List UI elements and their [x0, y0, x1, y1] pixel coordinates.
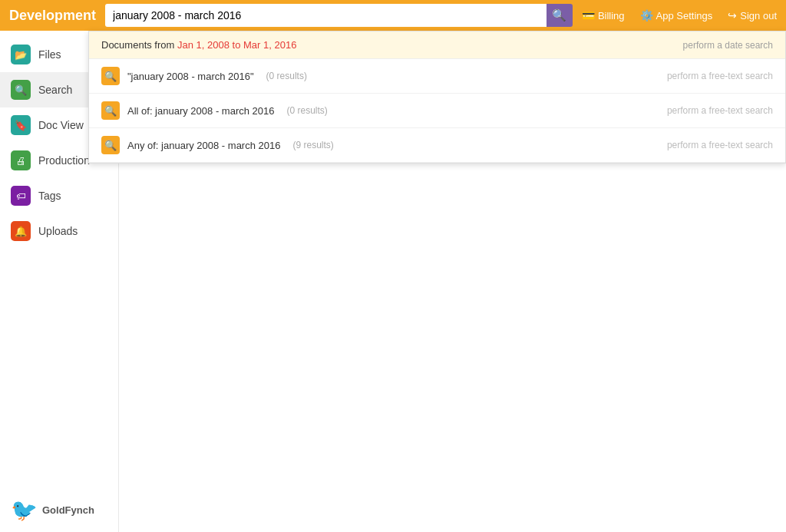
sidebar-item-search-label: Search: [38, 84, 72, 96]
sidebar-item-docview-label: Doc View: [38, 119, 84, 131]
dropdown-item-0-text: "january 2008 - march 2016": [127, 71, 254, 82]
search-icon: 🔍: [552, 8, 566, 22]
uploads-icon: 🔔: [11, 221, 31, 241]
logo-bird-icon: 🐦: [11, 497, 38, 523]
app-settings-link[interactable]: ⚙️ App Settings: [640, 9, 713, 21]
sign-out-icon: ↪: [728, 9, 737, 21]
sidebar-item-tags-label: Tags: [38, 190, 61, 202]
docview-icon: 🔖: [11, 115, 31, 135]
search-dropdown: Documents from Jan 1, 2008 to Mar 1, 201…: [88, 31, 786, 164]
dropdown-item-0-count: (0 results): [266, 71, 307, 81]
dropdown-item-2-text: Any of: january 2008 - march 2016: [127, 140, 280, 151]
dropdown-item-0-action: perform a free-text search: [667, 71, 773, 81]
dropdown-date-range: Jan 1, 2008 to Mar 1, 2016: [177, 39, 296, 51]
app-settings-label: App Settings: [656, 10, 713, 21]
billing-label: Billing: [598, 10, 625, 21]
dropdown-item-1-action: perform a free-text search: [667, 105, 773, 116]
dropdown-item-1-count: (0 results): [287, 105, 328, 116]
logo-text: GoldFynch: [42, 504, 94, 516]
dropdown-item-2-count: (9 results): [292, 140, 333, 150]
app-settings-icon: ⚙️: [640, 9, 653, 21]
sidebar-item-files-label: Files: [38, 48, 61, 61]
search-input[interactable]: [105, 4, 547, 27]
search-button[interactable]: 🔍: [547, 4, 573, 27]
dropdown-date-header[interactable]: Documents from Jan 1, 2008 to Mar 1, 201…: [89, 31, 785, 59]
billing-icon: 💳: [582, 9, 595, 21]
sidebar-item-uploads[interactable]: 🔔 Uploads: [0, 213, 118, 249]
dropdown-item-1[interactable]: 🔍 All of: january 2008 - march 2016 (0 r…: [89, 94, 785, 128]
billing-link[interactable]: 💳 Billing: [582, 9, 625, 21]
dropdown-item-0-icon: 🔍: [101, 67, 120, 85]
dropdown-item-2[interactable]: 🔍 Any of: january 2008 - march 2016 (9 r…: [89, 128, 785, 163]
dropdown-item-1-text: All of: january 2008 - march 2016: [127, 105, 275, 117]
dropdown-item-0[interactable]: 🔍 "january 2008 - march 2016" (0 results…: [89, 59, 785, 94]
header-nav: 💳 Billing ⚙️ App Settings ↪ Sign out: [582, 9, 777, 21]
sidebar-logo: 🐦 GoldFynch: [0, 488, 118, 532]
production-icon: 🖨: [11, 150, 31, 170]
dropdown-item-1-icon: 🔍: [101, 101, 120, 120]
sidebar-item-tags[interactable]: 🏷 Tags: [0, 178, 118, 213]
search-sidebar-icon: 🔍: [11, 80, 31, 100]
sidebar-item-uploads-label: Uploads: [38, 225, 78, 237]
search-wrapper: 🔍: [105, 4, 573, 27]
dropdown-item-2-icon: 🔍: [101, 136, 120, 154]
sign-out-label: Sign out: [740, 10, 777, 21]
header: Development 🔍 💳 Billing ⚙️ App Settings …: [0, 0, 786, 31]
sign-out-link[interactable]: ↪ Sign out: [728, 9, 777, 21]
files-icon: 📂: [11, 45, 31, 64]
dropdown-date-action: perform a date search: [683, 40, 773, 51]
dropdown-item-2-action: perform a free-text search: [667, 140, 773, 150]
dropdown-header-text: Documents from Jan 1, 2008 to Mar 1, 201…: [101, 39, 296, 51]
sidebar-item-production-label: Production: [38, 154, 90, 167]
tags-icon: 🏷: [11, 186, 31, 206]
app-title: Development: [9, 8, 96, 24]
